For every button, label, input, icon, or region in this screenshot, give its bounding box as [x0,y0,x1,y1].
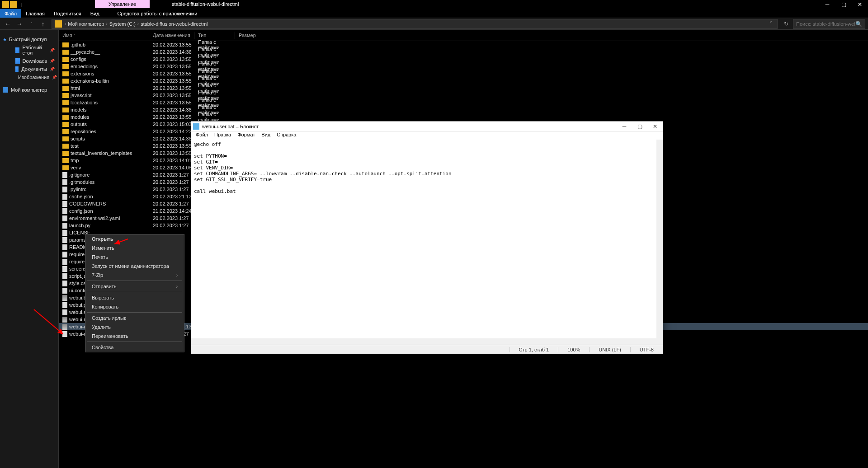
np-menu-format[interactable]: Формат [235,131,258,140]
file-row[interactable]: localizations20.02.2023 13:55Папка с фай… [59,99,868,106]
sidebar-downloads[interactable]: Downloads📌 [0,57,58,65]
folder-icon [2,1,9,8]
file-name: .pylintrc [69,187,86,192]
file-icon [62,237,67,243]
cm-shortcut[interactable]: Создать ярлык [85,314,184,323]
file-name: config.json [69,208,93,214]
cm-delete[interactable]: Удалить [85,323,184,332]
file-date: 20.02.2023 1:27 [149,215,194,221]
column-name[interactable]: Имя˄ [59,32,149,39]
sidebar-pictures[interactable]: Изображения📌 [0,73,58,81]
file-row[interactable]: extensions20.02.2023 13:55Папка с файлам… [59,70,868,77]
bat-icon [62,317,67,323]
cm-7zip[interactable]: 7-Zip› [85,271,184,280]
cm-rename[interactable]: Переименовать [85,332,184,341]
downloads-icon [15,58,20,64]
folder-icon [62,136,69,141]
cm-properties[interactable]: Свойства [85,343,184,352]
file-name: embeddings [71,64,98,69]
minimize-button[interactable]: ─ [819,0,835,9]
folder-icon [62,93,69,98]
search-box[interactable]: 🔍 [793,19,865,29]
cm-cut[interactable]: Вырезать [85,293,184,302]
folder-icon [62,108,69,112]
file-row[interactable]: javascript20.02.2023 13:55Папка с файлам… [59,92,868,99]
tab-share[interactable]: Поделиться [49,9,86,18]
tab-apptools[interactable]: Средства работы с приложениями [113,9,202,18]
file-row[interactable]: extensions-builtin20.02.2023 13:55Папка … [59,77,868,84]
np-menu-view[interactable]: Вид [259,131,273,140]
cm-separator [87,292,182,292]
file-date: 20.02.2023 1:27 [149,201,194,206]
breadcrumb-seg-2[interactable]: System (C:) [108,21,137,27]
notepad-statusbar: Стр 1, стлб 1 100% UNIX (LF) UTF-8 [191,345,663,354]
breadcrumb-seg-3[interactable]: stable-diffusion-webui-directml [139,21,209,27]
file-row[interactable]: models20.02.2023 14:36Папка с файлами [59,106,868,113]
file-row[interactable]: .github20.02.2023 13:55Папка с файлами [59,41,868,48]
back-button[interactable]: ← [3,19,13,29]
file-name: .gitignore [69,172,90,178]
ribbon-context-tab[interactable]: Управление [95,0,150,8]
notepad-scrollbar-v[interactable] [656,140,663,345]
cm-runasadmin[interactable]: Запуск от имени администратора [85,262,184,271]
forward-button[interactable]: → [14,19,24,29]
refresh-button[interactable]: ↻ [781,19,791,29]
file-icon [62,252,67,257]
cm-copy[interactable]: Копировать [85,302,184,311]
folder-icon [62,42,69,47]
file-name: scripts [71,136,85,141]
file-date: 20.02.2023 13:55 [149,71,194,76]
np-menu-help[interactable]: Справка [274,131,299,140]
cm-label: Отправить [92,284,117,289]
file-date: 20.02.2023 1:27 [149,187,194,192]
search-icon[interactable]: 🔍 [855,21,862,27]
breadcrumb[interactable]: › Мой компьютер › System (C:) › stable-d… [52,19,778,29]
file-row[interactable]: modules20.02.2023 13:55Папка с файлами [59,113,868,121]
chevron-right-icon: › [176,284,178,289]
file-date: 20.02.2023 14:22 [149,129,194,134]
sidebar-quickaccess[interactable]: ★Быстрый доступ [0,35,58,43]
column-type[interactable]: Тип [194,32,235,39]
cm-open[interactable]: Открыть [85,234,184,243]
close-button[interactable]: ✕ [852,0,868,9]
file-row[interactable]: embeddings20.02.2023 13:55Папка с файлам… [59,63,868,70]
np-menu-edit[interactable]: Правка [212,131,234,140]
tab-file[interactable]: Файл [0,9,21,18]
tab-home[interactable]: Главная [21,9,49,18]
sidebar-desktop[interactable]: Рабочий стол📌 [0,43,58,57]
desktop-icon [15,47,19,53]
file-row[interactable]: html20.02.2023 13:55Папка с файлами [59,84,868,92]
column-size[interactable]: Размер [235,32,262,39]
maximize-button[interactable]: ▢ [835,0,852,9]
breadcrumb-dropdown[interactable]: ˅ [767,21,774,27]
file-date: 20.02.2023 14:36 [149,107,194,112]
sidebar-documents[interactable]: Документы📌 [0,65,58,73]
tab-view[interactable]: Вид [86,9,104,18]
notepad-maximize[interactable]: ▢ [632,122,647,131]
cm-edit[interactable]: Изменить [85,243,184,253]
file-icon [62,281,67,286]
recent-dropdown[interactable]: ˅ [26,19,36,29]
np-menu-file[interactable]: Файл [193,131,211,140]
file-name: extensions-builtin [71,78,109,84]
navigation-bar: ← → ˅ ↑ › Мой компьютер › System (C:) › … [0,18,868,30]
column-date[interactable]: Дата изменения [149,32,194,39]
up-button[interactable]: ↑ [38,19,48,29]
cm-print[interactable]: Печать [85,253,184,262]
file-name: html [71,85,80,91]
notepad-close[interactable]: ✕ [647,122,663,131]
notepad-minimize[interactable]: ─ [617,122,632,131]
search-input[interactable] [796,21,855,27]
file-icon [62,259,67,265]
file-row[interactable]: configs20.02.2023 13:55Папка с файлами [59,56,868,63]
file-row[interactable]: __pycache__20.02.2023 14:36Папка с файла… [59,48,868,56]
notepad-scrollbar-h[interactable] [191,338,656,345]
cm-sendto[interactable]: Отправить› [85,282,184,291]
file-icon [62,309,67,315]
sidebar-mycomputer[interactable]: Мой компьютер [0,86,58,94]
sidebar: ★Быстрый доступ Рабочий стол📌 Downloads📌… [0,30,59,468]
folder-icon [62,122,69,127]
notepad-content[interactable]: @echo off set PYTHON= set GIT= set VENV_… [191,140,663,196]
breadcrumb-seg-1[interactable]: Мой компьютер [66,21,106,27]
notepad-titlebar[interactable]: webui-user.bat – Блокнот ─ ▢ ✕ [191,122,663,131]
